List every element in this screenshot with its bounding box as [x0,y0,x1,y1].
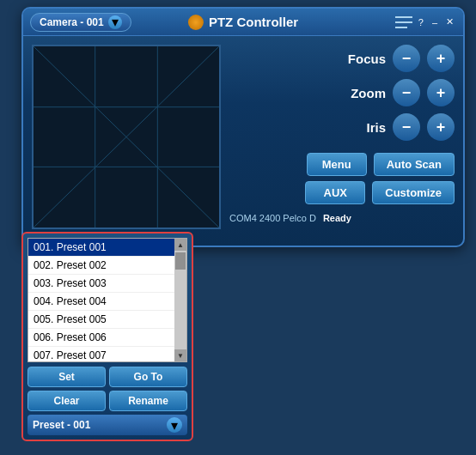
content-area: Focus − + Zoom − + Iris − + Menu Auto Sc… [23,36,463,246]
preset-list: 001. Preset 001 002. Preset 002 003. Pre… [28,239,174,362]
focus-plus-button[interactable]: + [427,45,455,72]
menu-button[interactable]: Menu [307,153,367,176]
grid-overlay [34,46,219,228]
ptz-icon [188,15,204,30]
set-button[interactable]: Set [27,367,106,387]
action-row-1: Menu Auto Scan [229,153,455,176]
controls-panel: Focus − + Zoom − + Iris − + Menu Auto Sc… [229,45,455,237]
title-center: PTZ Controller [188,15,298,30]
camera-arrow-icon[interactable]: ▾ [108,15,122,29]
preset-action-buttons: Set Go To Clear Rename [27,367,187,411]
status-bar: COM4 2400 Pelco D Ready [229,211,455,225]
help-button[interactable]: ? [416,16,426,28]
zoom-row: Zoom − + [229,79,455,106]
focus-row: Focus − + [229,45,455,72]
scrollbar[interactable]: ▲ ▼ [174,239,186,361]
scroll-down-arrow[interactable]: ▼ [174,349,186,361]
zoom-label: Zoom [334,86,386,100]
focus-label: Focus [334,52,386,66]
list-item[interactable]: 004. Preset 004 [28,293,174,311]
action-buttons: Menu Auto Scan AUX Customize [229,153,455,204]
scroll-up-arrow[interactable]: ▲ [174,239,186,251]
title-controls: ? – ✕ [395,15,456,28]
preset-name-arrow-icon[interactable]: ▾ [167,417,182,433]
aux-button[interactable]: AUX [305,181,365,204]
preset-name-label: Preset - 001 [33,419,162,431]
scroll-thumb[interactable] [175,252,186,270]
camera-view [32,45,221,229]
rename-button[interactable]: Rename [109,391,187,411]
camera-label: Camera - 001 [40,16,104,28]
camera-selector[interactable]: Camera - 001 ▾ [30,13,131,32]
window-title: PTZ Controller [209,15,298,29]
ready-status: Ready [323,213,351,223]
connection-status: COM4 2400 Pelco D [229,213,316,223]
iris-row: Iris − + [229,113,455,141]
focus-minus-button[interactable]: − [393,45,420,72]
ptz-window: Camera - 001 ▾ PTZ Controller ? – ✕ [21,7,465,247]
iris-label: Iris [334,120,386,135]
preset-name-bar: Preset - 001 ▾ [27,415,187,435]
auto-scan-button[interactable]: Auto Scan [374,153,455,176]
list-item[interactable]: 003. Preset 003 [28,275,174,293]
zoom-plus-button[interactable]: + [427,79,455,106]
list-item[interactable]: 002. Preset 002 [28,257,174,275]
list-item[interactable]: 005. Preset 005 [28,311,174,329]
menu-icon[interactable] [395,16,412,28]
preset-list-container: 001. Preset 001 002. Preset 002 003. Pre… [27,238,187,362]
minimize-button[interactable]: – [430,16,440,28]
zoom-minus-button[interactable]: − [393,79,420,106]
iris-minus-button[interactable]: − [393,113,420,141]
close-button[interactable]: ✕ [443,15,456,28]
list-item[interactable]: 006. Preset 006 [28,329,174,347]
list-item[interactable]: 007. Preset 007 [28,347,174,362]
goto-button[interactable]: Go To [109,367,187,387]
clear-button[interactable]: Clear [27,391,106,411]
list-item[interactable]: 001. Preset 001 [28,239,174,257]
customize-button[interactable]: Customize [372,181,455,204]
preset-panel: 001. Preset 001 002. Preset 002 003. Pre… [21,232,193,441]
title-bar: Camera - 001 ▾ PTZ Controller ? – ✕ [23,9,463,36]
iris-plus-button[interactable]: + [427,113,455,141]
action-row-2: AUX Customize [229,181,455,204]
